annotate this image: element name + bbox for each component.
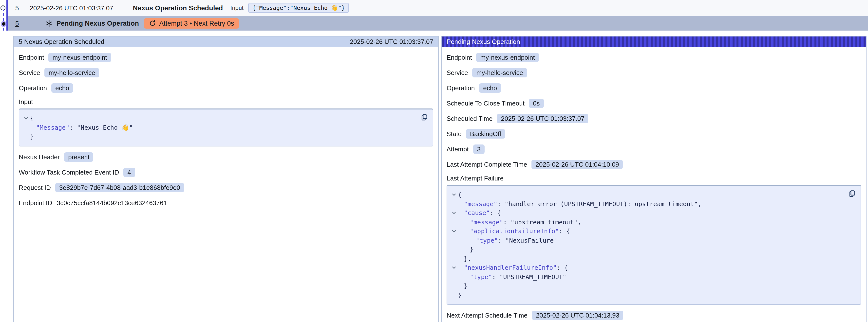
collapse-chevron-icon[interactable] xyxy=(451,211,456,216)
copy-icon xyxy=(421,114,428,121)
field-label: Operation xyxy=(19,84,47,92)
field-label: Scheduled Time xyxy=(446,115,493,122)
scheduled-event-panel: 5 Nexus Operation Scheduled 2025-02-26 U… xyxy=(13,36,439,322)
timeline-marker-open-icon xyxy=(0,5,5,10)
code-line: "applicationFailureInfo": { xyxy=(450,227,844,236)
pending-panel-body: Endpointmy-nexus-endpointServicemy-hello… xyxy=(442,47,866,322)
field-label: State xyxy=(446,130,462,137)
code-fold-toggle[interactable] xyxy=(450,211,458,216)
field-value-badge: my-hello-service xyxy=(45,68,99,77)
field-value-badge: my-nexus-endpoint xyxy=(476,53,539,62)
scheduled-panel-title: 5 Nexus Operation Scheduled xyxy=(19,38,104,45)
timeline-marker-selected-icon xyxy=(2,22,5,25)
event-row-nexus-operation-scheduled[interactable]: 5 2025-02-26 UTC 01:03:37.07 Nexus Opera… xyxy=(8,0,868,16)
field-row-state: StateBackingOff xyxy=(446,129,861,139)
code-line: } xyxy=(450,282,844,291)
collapse-chevron-icon[interactable] xyxy=(451,193,456,197)
code-line: "cause": { xyxy=(450,208,844,218)
code-line: "type": "UPSTREAM_TIMEOUT" xyxy=(450,272,844,282)
event-input-label: Input xyxy=(230,4,244,11)
event-title: Pending Nexus Operation xyxy=(56,20,139,27)
field-row-endpoint: Endpointmy-nexus-endpoint xyxy=(19,52,433,63)
field-value-badge: 3 xyxy=(473,144,485,154)
code-line: "nexusHandlerFailureInfo": { xyxy=(450,263,844,272)
code-text: { xyxy=(458,190,462,199)
field-row-nexus-header: Nexus Headerpresent xyxy=(19,152,433,162)
field-label: Last Attempt Failure xyxy=(446,174,861,182)
event-input-preview-badge: {"Message":"Nexus Echo 👋"} xyxy=(248,3,349,13)
retry-icon xyxy=(149,20,156,27)
copy-button[interactable] xyxy=(421,114,428,121)
field-label: Operation xyxy=(446,84,475,92)
event-title: Nexus Operation Scheduled xyxy=(133,4,223,11)
code-line: "message": "upstream timeout", xyxy=(450,218,844,227)
event-id-link[interactable]: 5 xyxy=(15,4,19,11)
field-row-last-attempt-failure: Last Attempt Failure{"message": "handler… xyxy=(446,174,861,305)
field-value-badge: 2025-02-26 UTC 01:03:37.07 xyxy=(497,114,588,123)
retry-attempt-badge: Attempt 3 • Next Retry 0s xyxy=(144,18,239,28)
field-value-badge: BackingOff xyxy=(466,129,505,138)
field-row-next-attempt-schedule-time: Next Attempt Schedule Time2025-02-26 UTC… xyxy=(446,310,861,321)
field-value-badge: echo xyxy=(479,83,501,93)
pending-panel-header: Pending Nexus Operation xyxy=(442,36,866,47)
field-value-badge: my-hello-service xyxy=(472,68,527,77)
code-text: "message": "upstream timeout", xyxy=(458,218,581,227)
code-text: } xyxy=(458,282,468,291)
code-text: "message": "handler error (UPSTREAM_TIME… xyxy=(458,199,702,208)
field-label: Service xyxy=(19,69,40,76)
collapse-chevron-icon[interactable] xyxy=(451,265,456,270)
collapse-chevron-icon[interactable] xyxy=(451,229,456,234)
field-value-badge: present xyxy=(64,152,94,161)
timeline-dashed-connector xyxy=(3,8,4,31)
code-line: { xyxy=(450,190,844,199)
code-text: }, xyxy=(458,254,471,263)
code-text: "applicationFailureInfo": { xyxy=(458,227,570,236)
code-text: "type": "UPSTREAM_TIMEOUT" xyxy=(458,272,566,282)
field-label: Last Attempt Complete Time xyxy=(446,161,527,168)
scheduled-panel-body: Endpointmy-nexus-endpointServicemy-hello… xyxy=(14,47,438,213)
field-row-attempt: Attempt3 xyxy=(446,144,861,154)
code-text: "type": "NexusFailure" xyxy=(458,236,557,245)
code-text: } xyxy=(30,132,34,141)
pending-panel-title: Pending Nexus Operation xyxy=(446,38,520,45)
event-time: 2025-02-26 UTC 01:03:37.07 xyxy=(30,4,123,11)
pending-operation-panel: Pending Nexus Operation Endpointmy-nexus… xyxy=(441,36,867,322)
code-fold-toggle[interactable] xyxy=(450,229,458,234)
field-value-badge: 2025-02-26 UTC 01:04:13.93 xyxy=(532,311,623,320)
field-value-link[interactable]: 3c0c75ccfa8144b092c13ce632463761 xyxy=(57,199,167,206)
field-row-endpoint-id: Endpoint ID3c0c75ccfa8144b092c13ce632463… xyxy=(19,197,433,208)
code-line: } xyxy=(22,132,416,141)
field-label: Attempt xyxy=(446,146,469,153)
field-value-badge: 4 xyxy=(124,167,135,177)
code-fold-toggle[interactable] xyxy=(450,265,458,270)
event-detail-panels: 5 Nexus Operation Scheduled 2025-02-26 U… xyxy=(13,36,867,322)
code-fold-toggle[interactable] xyxy=(450,193,458,197)
code-text: "nexusHandlerFailureInfo": { xyxy=(458,263,568,272)
field-row-scheduled-time: Scheduled Time2025-02-26 UTC 01:03:37.07 xyxy=(446,114,861,124)
field-label: Workflow Task Completed Event ID xyxy=(19,168,119,176)
timeline-active-line xyxy=(6,0,8,31)
field-row-input: Input{"Message": "Nexus Echo 👋"} xyxy=(19,98,433,146)
event-id-link[interactable]: 5 xyxy=(15,20,19,27)
field-label: Input xyxy=(19,98,433,105)
code-line: } xyxy=(450,245,844,254)
code-fold-toggle[interactable] xyxy=(22,116,30,121)
field-row-operation: Operationecho xyxy=(446,83,861,93)
code-line: } xyxy=(450,291,844,300)
code-line: "message": "handler error (UPSTREAM_TIME… xyxy=(450,199,844,208)
field-row-endpoint: Endpointmy-nexus-endpoint xyxy=(446,52,861,63)
field-label: Service xyxy=(446,69,468,76)
copy-button[interactable] xyxy=(848,190,856,198)
json-viewer-last-attempt-failure: {"message": "handler error (UPSTREAM_TIM… xyxy=(446,185,861,305)
temporal-event-details-screen: 5 2025-02-26 UTC 01:03:37.07 Nexus Opera… xyxy=(0,0,868,322)
field-row-schedule-to-close-timeout: Schedule To Close Timeout0s xyxy=(446,98,861,108)
code-line: }, xyxy=(450,254,844,263)
collapse-chevron-icon[interactable] xyxy=(24,116,28,121)
copy-icon xyxy=(848,190,856,198)
code-text: "Message": "Nexus Echo 👋" xyxy=(30,123,133,132)
field-label: Request ID xyxy=(19,184,51,191)
code-text: } xyxy=(458,291,462,300)
code-text: } xyxy=(458,245,473,254)
code-text: "cause": { xyxy=(458,208,501,218)
event-row-pending-nexus-operation[interactable]: 5 Pending Nexus Operation Attempt 3 • Ne… xyxy=(8,16,868,31)
